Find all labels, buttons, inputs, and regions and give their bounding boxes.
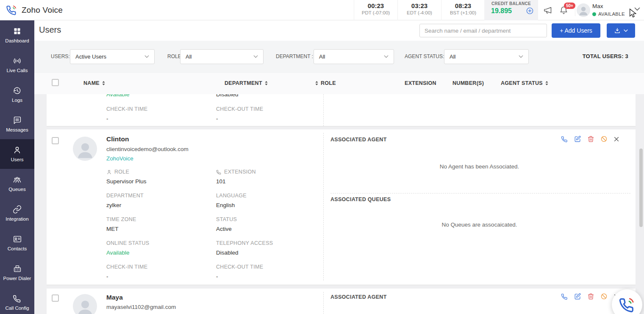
add-users-button[interactable]: + Add Users [552,23,600,38]
chat-icon [13,116,22,125]
sort-icon [264,81,268,86]
agent-status-filter-label: AGENT STATUS: [405,53,444,59]
department-filter-select[interactable]: All [314,49,394,64]
clock-time: 00:23 [354,2,397,9]
brand[interactable]: Zoho Voice [6,4,63,16]
sidebar-item-queues[interactable]: Queues [0,169,34,199]
add-credit-icon[interactable] [526,7,534,15]
column-header-agent-status[interactable]: AGENT STATUS [501,80,549,86]
user-name: Maya [106,294,123,301]
history-clock-icon [13,86,22,95]
online-status-label: ONLINE STATUS [106,240,216,246]
top-bar: Zoho Voice 00:23 PDT (-07:00) 03:23 EDT … [0,0,644,20]
sidebar-item-live-calls[interactable]: Live Calls [0,50,34,80]
call-user-icon[interactable] [561,293,568,300]
clock-pdt: 00:23 PDT (-07:00) [354,0,397,20]
table-header: NAME DEPARTMENT ROLE EXTENSION NUMBER(S)… [34,73,644,94]
sidebar-item-label: Dashboard [5,38,29,43]
sidebar-item-label: Users [11,157,23,162]
export-users-button[interactable] [607,23,635,38]
delete-user-icon[interactable] [587,135,594,143]
announcements-icon[interactable] [544,6,552,15]
credit-balance: CREDIT BALANCE 19.895 [484,0,538,20]
credit-balance-amount: 19.895 [491,7,512,15]
edit-user-icon[interactable] [574,135,581,143]
sidebar-item-power-dialer[interactable]: Power Dialer [0,258,34,288]
users-filter-select[interactable]: Active Users [70,49,155,64]
column-header-role[interactable]: ROLE [315,80,336,86]
sidebar-item-label: Messages [6,127,28,132]
delete-user-icon[interactable] [587,293,594,300]
row-checkbox[interactable] [52,137,59,144]
download-icon [614,27,621,34]
user-row-partial: Available Disabled CHECK-IN TIME - CHECK… [47,94,636,126]
total-users-label: TOTAL USERS: [583,53,624,59]
agent-status-filter-value: All [450,53,455,60]
total-users: TOTAL USERS: 3 [583,53,628,59]
edit-user-icon[interactable] [574,293,581,300]
column-header-department[interactable]: DEPARTMENT [225,80,268,86]
sidebar-item-label: Queues [8,187,25,192]
extension-value: 101 [216,178,326,185]
sidebar-item-dashboard[interactable]: Dashboard [0,20,34,50]
clock-bst: 08:23 BST (+1:00) [441,0,485,20]
users-filter-label: USERS: [51,53,70,59]
sidebar-item-call-config[interactable]: Call Config [0,288,34,314]
sidebar-item-messages[interactable]: Messages [0,109,34,139]
user-email: clientinvoicedemo@outlook.com [106,146,189,152]
select-all-checkbox[interactable] [52,79,59,86]
vertical-scrollbar[interactable] [639,149,643,227]
notification-count-badge[interactable]: 50+ [564,3,575,9]
agent-status-filter-select[interactable]: All [444,49,529,64]
online-status-value: Available [106,94,130,98]
time-zone-value: MET [106,226,216,232]
role-filter-value: All [186,53,192,60]
telephony-access-value: Disabled [216,94,239,98]
sidebar-item-label: Power Dialer [3,276,31,281]
column-header-name[interactable]: NAME [83,80,105,86]
chevron-down-icon [384,55,389,58]
language-value: English [216,202,326,208]
chevron-down-icon [624,29,628,32]
department-filter-value: All [319,53,325,60]
status-dot-icon [592,12,596,16]
call-user-icon[interactable] [561,135,568,143]
live-calls-icon [12,56,22,65]
user-details: ROLE Supervisor Plus EXTENSION 101 DEPAR… [106,169,326,288]
profile-avatar[interactable] [577,3,590,17]
associated-agent-title: ASSOCIATED AGENT [330,294,387,300]
check-out-label: CHECK-OUT TIME [216,264,326,270]
associated-agent-title: ASSOCIATED AGENT [330,137,387,143]
sidebar-item-contacts[interactable]: Contacts [0,228,34,258]
check-out-value: - [216,115,263,122]
user-email: mayaselvi1102@gmail.com [106,304,176,310]
status-label: STATUS [216,216,326,222]
close-icon[interactable] [613,136,619,142]
sidebar-item-users[interactable]: Users [0,139,34,169]
total-users-value: 3 [625,53,628,59]
user-org-link[interactable]: ZohoVoice [106,155,133,162]
credit-balance-label: CREDIT BALANCE [484,1,538,6]
users-filter-value: Active Users [75,53,106,60]
department-filter-label: DEPARTMENT : [276,53,313,59]
avatar [73,294,97,314]
desk-phone-icon [13,264,22,273]
clock-zone: BST (+1:00) [441,10,485,15]
sort-icon [102,81,105,86]
sidebar-item-logs[interactable]: Logs [0,80,34,109]
online-status-value: Available [106,250,216,256]
association-pane: ASSOCIATED AGENT No Agent has been Assoc… [323,129,636,285]
phone-icon [216,169,222,175]
search-input[interactable] [419,24,547,37]
profile-chevron-down-icon[interactable] [634,7,640,11]
profile-name[interactable]: Max [592,3,603,9]
role-filter-select[interactable]: All [180,49,264,64]
telephony-access-value: Disabled [216,250,326,256]
profile-status[interactable]: AVAILABLE [592,11,625,17]
block-user-icon[interactable] [600,135,608,143]
sidebar-item-integration[interactable]: Integration [0,199,34,228]
row-checkbox[interactable] [52,294,59,302]
block-user-icon[interactable] [600,293,608,300]
row-actions [561,135,619,143]
sidebar-item-label: Call Config [5,306,29,311]
